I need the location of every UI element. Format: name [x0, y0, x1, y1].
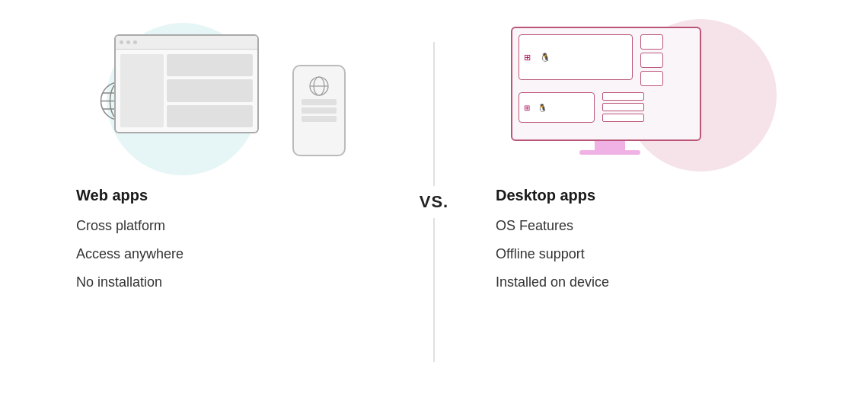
phone-globe-icon	[308, 75, 330, 97]
right-side: ⊞ 🐧 ⊞	[435, 11, 853, 393]
desktop-text-section: Desktop apps OS Features Offline support…	[480, 187, 807, 303]
monitor-base	[579, 150, 640, 155]
browser-mock	[114, 34, 259, 133]
browser-line-2	[167, 79, 253, 101]
phone-line-2	[302, 107, 337, 114]
phone-line-3	[302, 116, 337, 122]
drive-2	[602, 103, 644, 111]
desktop-feature-2: Offline support	[496, 246, 792, 262]
web-text-section: Web apps Cross platform Access anywhere …	[61, 187, 388, 303]
linux-icon: 🐧	[540, 53, 550, 63]
sub-linux-icon: 🐧	[538, 104, 547, 112]
file-item-1	[640, 34, 663, 50]
monitor-screen: ⊞ 🐧 ⊞	[511, 27, 701, 141]
file-item-3	[640, 71, 663, 86]
windows-icon: ⊞	[524, 53, 531, 63]
drive-3	[602, 114, 644, 122]
browser-line-1	[167, 54, 253, 76]
file-item-2	[640, 53, 663, 68]
drive-1	[602, 92, 644, 101]
main-app-box: ⊞ 🐧	[519, 34, 633, 80]
browser-line-3	[167, 105, 253, 127]
comparison-container: Web apps Cross platform Access anywhere …	[15, 11, 853, 393]
browser-dot-1	[120, 40, 123, 44]
web-illustration-area	[61, 11, 388, 187]
desktop-illustration-area: ⊞ 🐧 ⊞	[480, 11, 807, 187]
phone-line-1	[302, 99, 337, 105]
phone-mock	[292, 65, 346, 156]
browser-dot-2	[126, 40, 130, 44]
browser-sidebar	[120, 54, 164, 127]
desktop-app-title: Desktop apps	[496, 187, 792, 204]
monitor-stand	[595, 141, 625, 150]
desktop-feature-3: Installed on device	[496, 274, 792, 290]
monitor-top-row: ⊞ 🐧	[519, 34, 694, 86]
web-feature-1: Cross platform	[76, 218, 372, 234]
browser-dot-3	[133, 40, 137, 44]
browser-bar	[116, 36, 257, 50]
browser-main	[167, 54, 253, 127]
monitor-bottom-row: ⊞ 🐧	[519, 92, 694, 123]
sub-app-box: ⊞ 🐧	[519, 92, 595, 123]
sub-windows-icon: ⊞	[524, 104, 530, 112]
web-app-title: Web apps	[76, 187, 372, 204]
web-feature-3: No installation	[76, 274, 372, 290]
browser-content	[116, 50, 257, 132]
left-side: Web apps Cross platform Access anywhere …	[15, 11, 433, 393]
file-tree	[640, 34, 663, 86]
desktop-feature-1: OS Features	[496, 218, 792, 234]
monitor-mock: ⊞ 🐧 ⊞	[511, 27, 709, 156]
drive-stack	[602, 92, 644, 122]
web-feature-2: Access anywhere	[76, 246, 372, 262]
